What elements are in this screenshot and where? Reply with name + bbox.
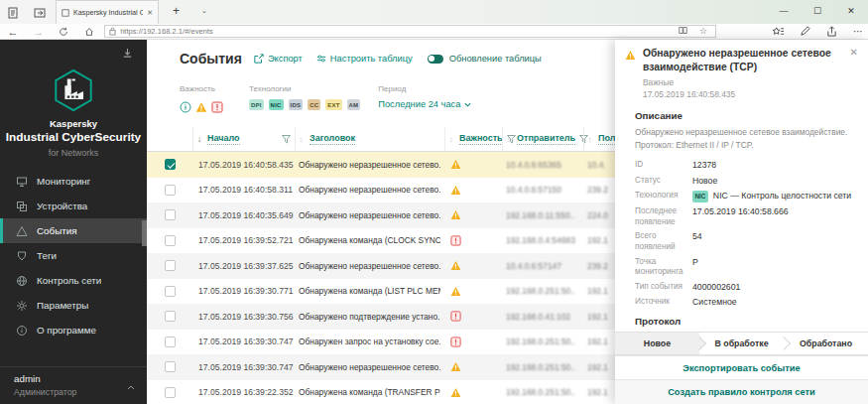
event-title: Обнаружено неразрешенное сетево...: [299, 362, 440, 372]
lock-icon: [109, 27, 116, 36]
row-checkbox[interactable]: [165, 185, 176, 196]
more-options-icon[interactable]: ⋯: [848, 24, 868, 39]
technology-badge[interactable]: IDS: [289, 99, 304, 110]
period-dropdown[interactable]: Последние 24 часа: [378, 99, 471, 109]
sidebar-item[interactable]: События: [0, 218, 147, 243]
technology-badge[interactable]: EXT: [325, 99, 341, 110]
event-time: 17.05.2019 16:40:35.649: [196, 210, 294, 220]
user-box[interactable]: admin Администратор: [0, 366, 147, 404]
event-recipient: 10.4.: [587, 160, 606, 170]
field-value: 17.05.2019 16:40:58.666: [692, 206, 789, 217]
page-title: События: [180, 51, 242, 67]
refresh-button[interactable]: [52, 25, 77, 39]
column-header[interactable]: Начало: [207, 133, 240, 145]
technology-badge[interactable]: AM: [347, 99, 361, 110]
tab-preview-icon[interactable]: [34, 5, 48, 19]
configure-table-button[interactable]: Настроить таблицу: [316, 54, 413, 64]
toggle-on-icon: [428, 55, 443, 64]
table-refresh-toggle[interactable]: Обновление таблицы: [428, 54, 542, 64]
favorite-star-icon[interactable]: ☆: [695, 26, 711, 37]
sort-icon: ↕: [507, 136, 514, 143]
download-icon[interactable]: [122, 45, 133, 63]
sidebar-item[interactable]: Мониторинг: [0, 169, 147, 194]
event-detail-timestamp: 17.05.2019 16:40:58.435: [643, 89, 868, 99]
row-checkbox[interactable]: [165, 235, 176, 246]
minimize-button[interactable]: —: [767, 0, 801, 24]
event-recipient: 192.1: [587, 387, 608, 397]
column-header[interactable]: Заголовок: [310, 133, 355, 145]
back-button[interactable]: ←: [0, 25, 26, 39]
technology-badge[interactable]: CC: [308, 99, 320, 110]
sort-icon: ↕: [449, 136, 456, 143]
description-text: Обнаружено неразрешенное сетевое взаимод…: [635, 126, 848, 151]
sidebar-item[interactable]: Теги: [0, 243, 147, 268]
export-button[interactable]: Экспорт: [254, 54, 303, 64]
warning-severity-icon[interactable]: [195, 99, 207, 117]
field-value: 4000002601: [692, 282, 740, 293]
new-tab-button[interactable]: +: [159, 0, 193, 24]
panel-close-icon[interactable]: ✕: [850, 47, 858, 73]
column-header[interactable]: Отправитель: [517, 133, 575, 145]
critical-severity-icon[interactable]: [211, 99, 223, 117]
event-time: 17.05.2019 16:39:30.747: [196, 337, 294, 346]
row-checkbox[interactable]: [165, 387, 176, 398]
field-row: Точка мониторинга P: [635, 257, 868, 278]
event-sender: 192.168.0.11:550..: [506, 210, 574, 220]
row-checkbox[interactable]: [165, 209, 176, 220]
event-sender: 192.168.0.41:102: [506, 312, 570, 322]
technology-badge[interactable]: DPI: [249, 99, 264, 110]
field-label: Статус: [635, 176, 692, 187]
url-text: https://192.168.2.1/#/events: [120, 27, 671, 36]
create-rule-button[interactable]: Создать правило контроля сети: [615, 379, 868, 404]
sidebar-item[interactable]: Контроль сети: [0, 268, 147, 293]
favorites-hub-icon[interactable]: [768, 24, 789, 39]
event-sender: 192.168.0.251:50..: [506, 286, 575, 296]
field-row: Статус Новое: [635, 176, 868, 187]
filter-funnel-icon[interactable]: [282, 135, 291, 144]
event-severity-icon: [448, 286, 461, 297]
reading-view-icon[interactable]: [675, 26, 691, 38]
status-tab[interactable]: Новое: [615, 333, 699, 354]
close-button[interactable]: ✕: [834, 0, 868, 24]
column-header[interactable]: Важность: [459, 133, 503, 145]
export-icon: [254, 54, 264, 64]
sidebar-item[interactable]: О программе: [0, 318, 147, 342]
home-button[interactable]: [76, 25, 102, 39]
event-recipient: 192.1: [587, 235, 608, 245]
event-sender: 10.4.0.6:57147: [506, 261, 561, 271]
sidebar-item-label: Контроль сети: [37, 275, 101, 286]
sidebar-item[interactable]: Параметры: [0, 293, 147, 318]
browser-tab[interactable]: Kaspersky Industrial Cyt ✕: [56, 0, 159, 24]
address-bar[interactable]: https://192.168.2.1/#/events ☆: [104, 25, 716, 38]
sidebar-item-label: Параметры: [37, 300, 88, 311]
export-event-button[interactable]: Экспортировать событие: [615, 355, 868, 379]
row-checkbox[interactable]: [165, 286, 176, 297]
row-checkbox[interactable]: [165, 361, 176, 372]
row-checkbox[interactable]: [165, 159, 176, 170]
field-value: Новое: [692, 176, 717, 187]
row-checkbox[interactable]: [165, 311, 176, 322]
event-recipient: 192.1: [587, 362, 608, 372]
sidebar-item-label: Теги: [37, 250, 57, 261]
set-aside-tabs-icon[interactable]: [8, 5, 22, 19]
status-tab[interactable]: Обработано: [784, 333, 868, 354]
tab-list-chevron-icon[interactable]: ⌄: [193, 0, 215, 24]
tab-close-icon[interactable]: ✕: [147, 9, 153, 17]
technology-badge[interactable]: NIC: [269, 99, 284, 110]
event-title: Обнаружена команда (LIST PLC MEM...: [299, 286, 440, 296]
share-icon[interactable]: [821, 24, 842, 39]
event-sender: 192.168.0.4:54683: [506, 235, 575, 245]
event-sender: 192.168.0.251:50..: [506, 337, 575, 346]
maximize-button[interactable]: ☐: [801, 0, 834, 24]
row-checkbox[interactable]: [165, 260, 176, 271]
sort-icon: ↕: [300, 136, 307, 143]
row-checkbox[interactable]: [165, 337, 176, 347]
status-tab[interactable]: В обработке: [699, 333, 784, 354]
sidebar-item[interactable]: Устройства: [0, 194, 147, 218]
info-severity-icon[interactable]: [180, 99, 191, 117]
annotate-icon[interactable]: [795, 24, 815, 39]
event-recipient: 192.1: [587, 286, 608, 296]
field-value: NIC — Контроль целостности сети: [713, 191, 851, 202]
forward-button[interactable]: →: [26, 25, 52, 39]
warning-icon: [625, 47, 636, 73]
